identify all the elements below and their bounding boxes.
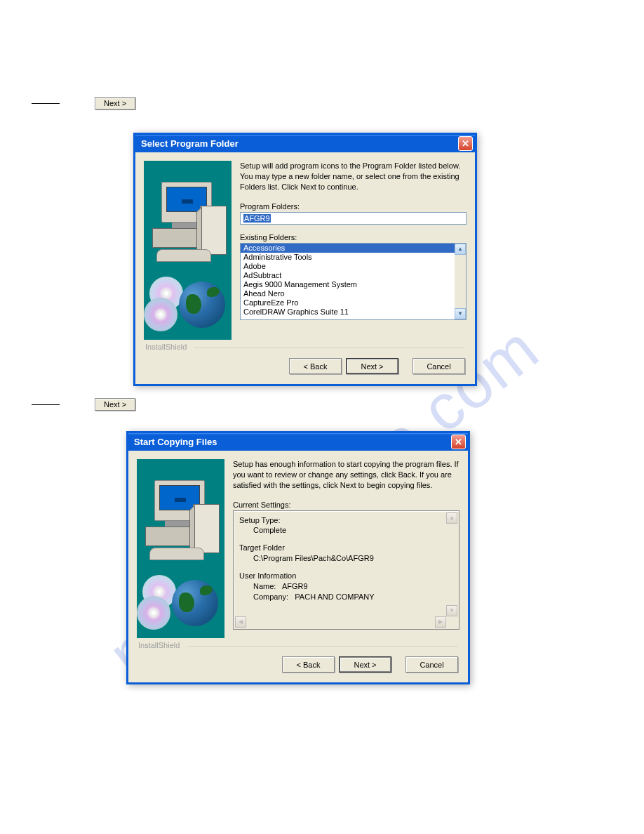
close-button[interactable]: ✕ [451,435,466,449]
list-item[interactable]: AdSubtract [241,271,455,280]
scroll-left-icon[interactable]: ◀ [235,616,246,628]
scroll-up-icon[interactable]: ▲ [455,244,466,255]
scrollbar[interactable]: ▲ ▼ [455,244,466,319]
current-settings-box: Setup Type: Complete Target Folder C:\Pr… [233,510,459,630]
back-button[interactable]: < Back [282,656,335,673]
next-button[interactable]: Next > [339,656,391,673]
scroll-down-icon[interactable]: ▼ [455,308,466,319]
step-next-button[interactable]: Next > [95,398,135,411]
close-icon: ✕ [455,437,462,446]
list-item[interactable]: Aegis 9000 Management System [241,280,455,289]
next-button[interactable]: Next > [346,358,398,374]
step-marker [32,103,60,104]
user-name-value: AFGR9 [282,582,308,590]
scrollbar-vertical[interactable]: ▲ ▼ [446,512,457,616]
user-name-label: Name: [253,582,276,590]
installshield-brand: InstallShield [128,638,468,649]
setup-type-label: Setup Type: [239,515,456,526]
user-company-label: Company: [253,593,288,601]
cancel-button[interactable]: Cancel [405,656,458,673]
existing-folders-listbox[interactable]: Accessories Administrative Tools Adobe A… [240,243,467,320]
cancel-button[interactable]: Cancel [412,358,465,374]
user-info-label: User Information [239,571,456,581]
setup-type-value: Complete [239,525,456,536]
titlebar-text: Start Copying Files [134,437,217,447]
close-icon: ✕ [462,139,469,148]
wizard-image [144,161,232,340]
select-program-folder-dialog: Select Program Folder ✕ Setup will add p… [133,133,477,386]
back-button[interactable]: < Back [289,358,342,374]
instruction-text: Setup will add program icons to the Prog… [240,161,467,192]
list-item[interactable]: CorelDRAW Graphics Suite 11 [241,307,455,317]
list-item[interactable]: Ahead Nero [241,289,455,298]
scroll-up-icon[interactable]: ▲ [446,512,457,524]
start-copying-files-dialog: Start Copying Files ✕ Setup has enough i… [126,431,470,684]
list-item[interactable]: Administrative Tools [241,253,455,262]
installshield-brand: InstallShield [135,340,475,351]
step-next-button[interactable]: Next > [95,97,135,110]
titlebar-text: Select Program Folder [141,138,239,149]
target-folder-value: C:\Program Files\Pach&Co\AFGR9 [239,553,456,564]
scroll-down-icon[interactable]: ▼ [446,605,457,616]
target-folder-label: Target Folder [239,543,456,553]
titlebar[interactable]: Start Copying Files ✕ [128,433,468,451]
scroll-right-icon[interactable]: ▶ [435,616,446,628]
current-settings-label: Current Settings: [233,501,459,509]
wizard-image [137,459,224,638]
program-folders-input[interactable]: AFGR9 [240,212,467,225]
existing-folders-label: Existing Folders: [240,233,467,241]
user-company-value: PACH AND COMPANY [295,593,374,601]
instruction-text: Setup has enough information to start co… [233,459,459,491]
list-item[interactable]: CaptureEze Pro [241,298,455,307]
list-item[interactable]: Adobe [241,262,455,271]
step-marker [32,404,60,405]
scrollbar-horizontal[interactable]: ◀ ▶ [235,616,446,628]
close-button[interactable]: ✕ [458,136,473,151]
list-item[interactable]: Accessories [241,244,455,253]
titlebar[interactable]: Select Program Folder ✕ [135,135,475,152]
program-folders-label: Program Folders: [240,202,467,211]
